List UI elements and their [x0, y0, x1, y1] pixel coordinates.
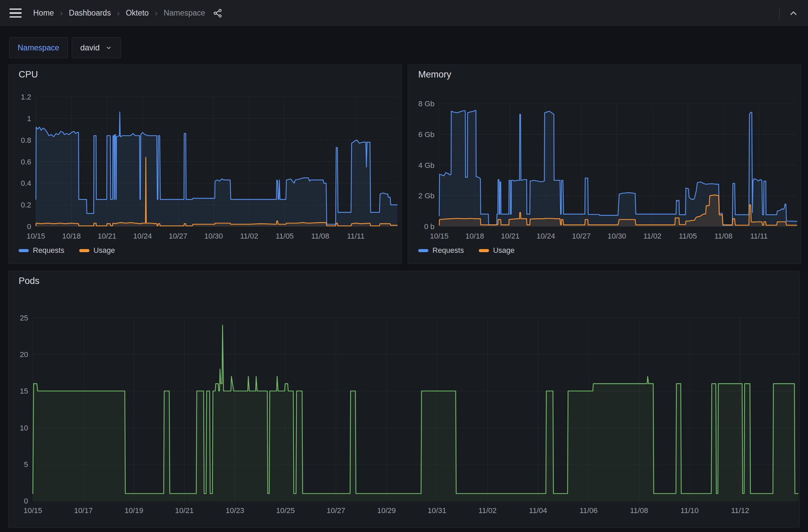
svg-text:11/12: 11/12 — [731, 506, 749, 515]
legend-item-requests[interactable]: Requests — [418, 246, 464, 255]
svg-text:10/19: 10/19 — [125, 506, 143, 515]
svg-text:11/05: 11/05 — [679, 232, 697, 240]
svg-text:10/24: 10/24 — [536, 232, 555, 240]
svg-text:10: 10 — [20, 424, 28, 432]
svg-text:10/27: 10/27 — [327, 506, 345, 515]
legend-label: Usage — [493, 246, 515, 255]
svg-text:11/08: 11/08 — [311, 232, 329, 240]
legend-item-requests[interactable]: Requests — [19, 246, 65, 255]
svg-text:1.2: 1.2 — [21, 93, 31, 101]
breadcrumb-separator-icon: › — [117, 8, 120, 18]
breadcrumb-separator-icon: › — [155, 8, 158, 18]
svg-text:4 Gb: 4 Gb — [418, 161, 435, 170]
svg-text:8 Gb: 8 Gb — [418, 99, 435, 108]
legend-swatch-icon — [79, 249, 89, 252]
svg-text:1: 1 — [27, 114, 31, 123]
pods-chart[interactable]: 252015105010/1510/1710/1910/2110/2310/25… — [8, 271, 800, 528]
svg-text:0: 0 — [24, 497, 28, 505]
variable-value-text: david — [80, 43, 99, 53]
legend-swatch-icon — [479, 249, 489, 252]
svg-text:10/18: 10/18 — [62, 232, 80, 240]
svg-text:11/02: 11/02 — [240, 232, 258, 240]
breadcrumb: Home › Dashboards › Okteto › Namespace — [33, 8, 205, 18]
memory-chart[interactable]: 8 Gb6 Gb4 Gb2 Gb0 b10/1510/1810/2110/241… — [408, 65, 802, 264]
svg-text:10/15: 10/15 — [26, 232, 45, 240]
svg-text:10/27: 10/27 — [169, 232, 187, 240]
top-navbar: Home › Dashboards › Okteto › Namespace — [0, 0, 808, 26]
svg-text:0.8: 0.8 — [21, 136, 31, 145]
cpu-chart[interactable]: 1.210.80.60.40.2010/1510/1810/2110/2410/… — [8, 65, 402, 264]
svg-text:10/30: 10/30 — [607, 232, 626, 240]
panel-pods: Pods 252015105010/1510/1710/1910/2110/23… — [8, 271, 800, 528]
svg-text:10/25: 10/25 — [276, 506, 295, 515]
panel-memory: Memory 8 Gb6 Gb4 Gb2 Gb0 b10/1510/1810/2… — [408, 64, 801, 264]
legend-swatch-icon — [19, 249, 29, 252]
svg-text:10/30: 10/30 — [204, 232, 223, 240]
svg-text:11/02: 11/02 — [478, 506, 496, 515]
svg-text:11/06: 11/06 — [580, 506, 598, 515]
svg-text:10/24: 10/24 — [133, 232, 152, 240]
svg-text:0 b: 0 b — [424, 222, 435, 231]
svg-text:10/15: 10/15 — [23, 506, 42, 515]
legend-swatch-icon — [418, 249, 428, 252]
breadcrumb-okteto[interactable]: Okteto — [126, 8, 149, 18]
svg-text:0.2: 0.2 — [21, 201, 31, 209]
svg-text:11/11: 11/11 — [347, 232, 365, 240]
svg-text:5: 5 — [24, 460, 28, 469]
share-icon[interactable] — [213, 8, 223, 18]
svg-text:10/21: 10/21 — [175, 506, 194, 515]
svg-text:11/10: 11/10 — [681, 506, 699, 515]
svg-text:10/27: 10/27 — [572, 232, 591, 240]
breadcrumb-dashboards[interactable]: Dashboards — [69, 8, 111, 18]
chevron-down-icon — [105, 44, 112, 52]
svg-text:6 Gb: 6 Gb — [418, 130, 435, 139]
svg-text:0.6: 0.6 — [21, 158, 31, 166]
svg-text:25: 25 — [20, 314, 28, 322]
svg-text:10/23: 10/23 — [225, 506, 244, 515]
chevron-up-icon[interactable] — [788, 8, 798, 18]
svg-text:15: 15 — [20, 387, 28, 395]
svg-text:10/15: 10/15 — [430, 232, 448, 240]
breadcrumb-separator-icon: › — [60, 8, 63, 18]
dashboard-controls: Namespace david Home — [0, 37, 808, 58]
svg-text:11/11: 11/11 — [750, 232, 768, 240]
variable-label-text: Namespace — [18, 43, 59, 53]
panel-cpu: CPU 1.210.80.60.40.2010/1510/1810/2110/2… — [8, 64, 402, 264]
svg-text:11/08: 11/08 — [714, 232, 732, 240]
legend-label: Usage — [93, 246, 115, 255]
svg-text:10/29: 10/29 — [377, 506, 396, 515]
svg-text:10/31: 10/31 — [428, 506, 446, 515]
breadcrumb-home[interactable]: Home — [33, 8, 54, 18]
svg-text:10/21: 10/21 — [97, 232, 116, 240]
svg-text:11/04: 11/04 — [529, 506, 547, 515]
navbar-divider — [779, 6, 779, 20]
legend-item-usage[interactable]: Usage — [479, 246, 515, 255]
memory-legend: RequestsUsage — [418, 246, 515, 255]
variable-namespace-label[interactable]: Namespace — [9, 37, 68, 58]
variable-namespace-value-dropdown[interactable]: david — [72, 37, 121, 58]
svg-text:11/08: 11/08 — [630, 506, 648, 515]
breadcrumb-namespace: Namespace — [164, 8, 205, 18]
svg-text:0.4: 0.4 — [21, 179, 31, 188]
svg-text:10/17: 10/17 — [74, 506, 93, 515]
svg-text:0: 0 — [27, 222, 31, 231]
svg-text:10/21: 10/21 — [501, 232, 519, 240]
legend-item-usage[interactable]: Usage — [79, 246, 115, 255]
cpu-legend: RequestsUsage — [19, 246, 115, 255]
menu-icon[interactable] — [10, 8, 22, 18]
svg-text:2 Gb: 2 Gb — [418, 192, 435, 200]
svg-text:20: 20 — [20, 350, 28, 359]
svg-text:10/18: 10/18 — [465, 232, 484, 240]
legend-label: Requests — [33, 246, 65, 255]
svg-text:11/05: 11/05 — [276, 232, 294, 240]
legend-label: Requests — [433, 246, 464, 255]
svg-text:11/02: 11/02 — [643, 232, 661, 240]
